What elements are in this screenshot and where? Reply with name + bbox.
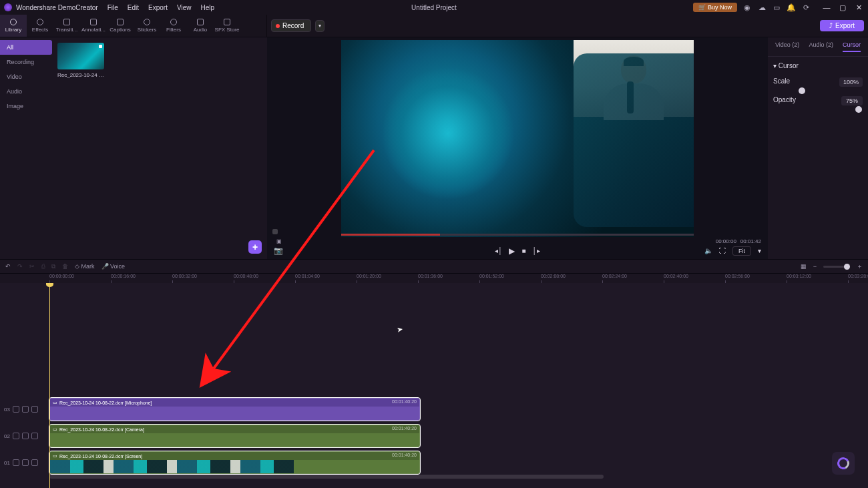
tab-filters[interactable]: Filters xyxy=(160,15,187,37)
camera-icon[interactable]: 📷 xyxy=(274,246,283,255)
redo-icon[interactable]: ↷ xyxy=(17,263,23,270)
cut-icon[interactable]: ✂ xyxy=(29,263,35,270)
category-recording[interactable]: Recording xyxy=(0,55,52,69)
library-icon xyxy=(10,19,17,25)
transitions-icon xyxy=(63,19,70,25)
track-mute-icon[interactable] xyxy=(31,406,38,413)
mark-button[interactable]: ◇ Mark xyxy=(75,263,95,270)
prop-tab-cursor[interactable]: Cursor xyxy=(843,41,861,52)
captions-icon xyxy=(117,19,124,25)
tab-effects[interactable]: Effects xyxy=(27,15,53,37)
menu-export[interactable]: Export xyxy=(148,4,168,11)
tab-stickers[interactable]: Stickers xyxy=(134,15,160,37)
track-mute-icon[interactable] xyxy=(31,459,38,466)
snapshot-icon[interactable]: ▣ xyxy=(276,238,282,244)
timeline-tracks[interactable]: 03 ▭ Rec_2023-10-24 10-08-22.dcrr [Micro… xyxy=(0,283,868,488)
zoom-slider[interactable] xyxy=(823,266,850,268)
track-visibility-icon[interactable] xyxy=(13,433,19,439)
stickers-icon xyxy=(144,19,150,25)
undo-icon[interactable]: ↶ xyxy=(5,263,11,270)
voice-button[interactable]: 🎤 Voice xyxy=(101,263,126,270)
timeline-ruler[interactable]: 00:00:00:0000:00:16:0000:00:32:0000:00:4… xyxy=(0,274,868,283)
window-close-icon[interactable]: ✕ xyxy=(853,3,864,12)
scale-value[interactable]: 100% xyxy=(839,77,863,87)
delete-icon[interactable]: 🗑 xyxy=(62,263,68,270)
opacity-label: Opacity xyxy=(773,96,796,105)
category-video[interactable]: Video xyxy=(0,69,52,84)
track-02: 02 ▭ Rec_2023-10-24 10-08-22.dcrr [Camer… xyxy=(0,423,868,449)
track-lock-icon[interactable] xyxy=(22,406,29,413)
category-all[interactable]: All xyxy=(0,40,52,55)
track-visibility-icon[interactable] xyxy=(13,406,19,413)
refresh-icon[interactable]: ⟳ xyxy=(801,3,811,12)
ruler-tick: 00:01:52:00 xyxy=(479,274,504,278)
fit-chevron-icon[interactable]: ▾ xyxy=(758,247,761,254)
preview-viewport[interactable] xyxy=(270,40,765,237)
window-maximize-icon[interactable]: ▢ xyxy=(837,3,848,12)
project-title: Untitled Project xyxy=(411,4,457,11)
timeline-settings-icon[interactable]: ▦ xyxy=(801,263,807,270)
overlay-toggle-icon[interactable] xyxy=(272,229,278,234)
export-button[interactable]: ⤴Export xyxy=(820,20,864,31)
time-current: 00:00:00 xyxy=(716,238,736,244)
timeline-scrollbar[interactable] xyxy=(49,475,604,479)
clip-camera[interactable]: ▭ Rec_2023-10-24 10-08-22.dcrr [Camera]0… xyxy=(49,425,420,447)
stop-button[interactable]: ■ xyxy=(521,247,525,254)
ruler-tick: 00:00:16:00 xyxy=(111,274,136,278)
tab-captions[interactable]: Captions xyxy=(107,15,134,37)
opacity-value[interactable]: 75% xyxy=(841,96,863,105)
category-image[interactable]: Image xyxy=(0,99,52,113)
menu-view[interactable]: View xyxy=(177,4,192,11)
split-icon[interactable]: ⎙ xyxy=(41,263,45,270)
track-lock-icon[interactable] xyxy=(22,459,29,466)
record-button[interactable]: Record xyxy=(271,19,311,32)
volume-icon[interactable]: 🔈 xyxy=(704,247,712,254)
record-dropdown[interactable]: ▾ xyxy=(315,20,324,32)
bell-icon[interactable]: 🔔 xyxy=(787,3,796,12)
preview-progress[interactable] xyxy=(341,234,694,236)
zoom-out-icon[interactable]: − xyxy=(813,263,817,270)
ruler-tick: 00:00:00:00 xyxy=(49,274,74,278)
fullscreen-icon[interactable]: ⛶ xyxy=(719,247,726,254)
clip-screen[interactable]: ▭ Rec_2023-10-24 10-08-22.dcrr [Screen]0… xyxy=(49,451,420,474)
ruler-tick: 00:03:12:00 xyxy=(787,274,811,278)
timeline-toolbar: ↶ ↷ ✂ ⎙ ⧉ 🗑 ◇ Mark 🎤 Voice ▦ − ＋ xyxy=(0,259,868,274)
fit-dropdown[interactable]: Fit xyxy=(732,246,751,256)
tab-library[interactable]: Library xyxy=(0,15,27,37)
tab-audio[interactable]: Audio xyxy=(187,15,214,37)
zoom-in-icon[interactable]: ＋ xyxy=(857,262,863,271)
next-frame-button[interactable]: │▸ xyxy=(533,247,540,254)
track-lock-icon[interactable] xyxy=(22,433,29,439)
cloud-icon[interactable]: ☁ xyxy=(757,3,767,12)
prop-tab-video[interactable]: Video (2) xyxy=(775,41,799,52)
category-audio[interactable]: Audio xyxy=(0,84,52,99)
ribbon-tabs: Library Effects Transiti... Annotati... … xyxy=(0,15,267,37)
menu-help[interactable]: Help xyxy=(200,4,214,11)
track-id: 02 xyxy=(4,433,10,439)
tab-transitions[interactable]: Transiti... xyxy=(53,15,80,37)
layout-icon[interactable]: ▭ xyxy=(772,3,781,12)
clip-microphone[interactable]: ▭ Rec_2023-10-24 10-08-22.dcrr [Micropho… xyxy=(49,398,420,421)
ruler-tick: 00:01:04:00 xyxy=(295,274,320,278)
avatar-icon[interactable]: ◉ xyxy=(742,3,752,12)
menu-file[interactable]: File xyxy=(107,4,118,11)
track-visibility-icon[interactable] xyxy=(13,459,19,466)
prop-section-title: ▾ Cursor xyxy=(773,62,863,69)
category-list: All Recording Video Audio Image xyxy=(0,37,52,259)
menu-edit[interactable]: Edit xyxy=(128,4,139,11)
tab-sfx-store[interactable]: SFX Store xyxy=(214,15,240,37)
tab-annotations[interactable]: Annotati... xyxy=(80,15,107,37)
track-mute-icon[interactable] xyxy=(31,433,38,439)
media-item[interactable]: Rec_2023-10-24 10... xyxy=(57,43,104,78)
play-button[interactable]: ▶ xyxy=(509,246,515,256)
add-media-button[interactable]: + xyxy=(248,240,262,254)
sfx-icon xyxy=(224,19,230,25)
properties-panel: Video (2) Audio (2) Cursor ▾ Cursor Scal… xyxy=(768,37,868,259)
record-dot-icon xyxy=(276,24,280,28)
buy-now-button[interactable]: 🛒 Buy Now xyxy=(693,3,737,12)
copy-icon[interactable]: ⧉ xyxy=(51,263,55,270)
window-minimize-icon[interactable]: — xyxy=(821,3,832,12)
prev-frame-button[interactable]: ◂│ xyxy=(495,247,502,254)
prop-tab-audio[interactable]: Audio (2) xyxy=(809,41,833,52)
playhead[interactable] xyxy=(49,283,50,488)
